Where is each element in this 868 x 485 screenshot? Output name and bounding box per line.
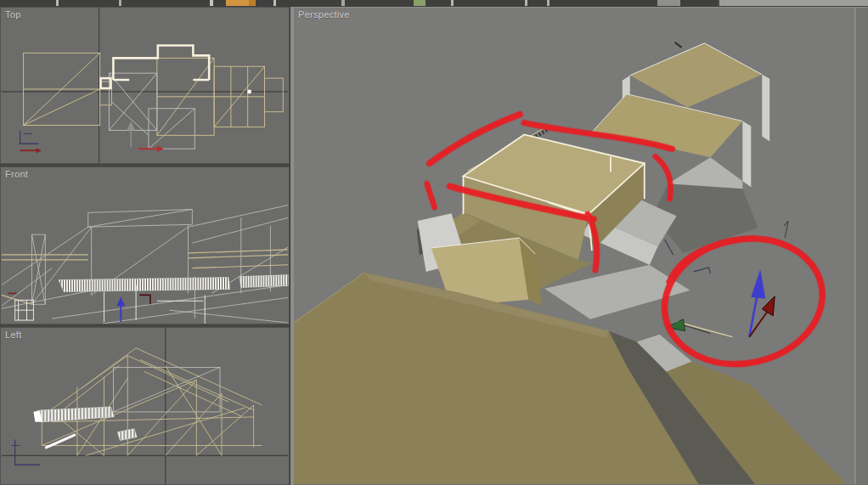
front-view-canvas <box>1 167 289 324</box>
max-viewport-workspace: Top <box>0 0 868 485</box>
viewport-front[interactable]: Front <box>0 166 290 324</box>
shaded-building-model[interactable] <box>294 42 844 484</box>
left-axis-tripod-icon <box>12 440 41 465</box>
toolbar-button-remnant[interactable] <box>56 0 59 6</box>
viewport-right-edge <box>856 8 867 484</box>
top-axis-tripod-icon <box>20 130 42 153</box>
perspective-canvas <box>294 8 867 484</box>
toolbar-button-remnant[interactable] <box>547 0 550 6</box>
gizmo-x-arrow-icon[interactable] <box>157 145 164 152</box>
move-gizmo-3d[interactable] <box>667 269 775 337</box>
toolbar-button-remnant[interactable] <box>119 0 121 6</box>
left-wireframe-building[interactable] <box>33 348 262 456</box>
toolbar-button-remnant[interactable] <box>341 0 345 6</box>
toolbar-button-remnant-green[interactable] <box>414 0 426 6</box>
front-railing-band <box>59 275 288 292</box>
viewport-perspective[interactable]: Perspective <box>293 7 868 485</box>
top-selected-object-outline[interactable] <box>101 46 210 88</box>
toolbar-button-remnant[interactable] <box>210 0 213 6</box>
toolbar-button-remnant-orange[interactable] <box>226 0 256 6</box>
front-wireframe-building[interactable] <box>2 206 288 324</box>
toolbar-button-remnant[interactable] <box>273 0 276 6</box>
toolbar-button-remnant[interactable] <box>657 0 680 6</box>
top-move-gizmo[interactable] <box>127 121 164 153</box>
gizmo-z-arrow-icon[interactable] <box>751 269 765 299</box>
toolbar-button-remnant[interactable] <box>525 0 527 6</box>
toolbar-button-remnant[interactable] <box>451 0 454 6</box>
viewport-top[interactable]: Top <box>0 7 290 164</box>
viewport-front-label[interactable]: Front <box>5 169 28 179</box>
top-view-canvas <box>1 8 289 163</box>
viewport-top-label[interactable]: Top <box>5 9 21 20</box>
viewport-left-label[interactable]: Left <box>5 330 22 340</box>
gizmo-z-arrow-icon[interactable] <box>116 296 125 306</box>
gizmo-corner-handle[interactable] <box>139 295 150 304</box>
viewport-perspective-label[interactable]: Perspective <box>298 9 350 20</box>
toolbar-strip-light-section <box>718 0 868 6</box>
viewport-left[interactable]: Left <box>0 327 290 485</box>
top-wireframe-building[interactable] <box>24 53 284 149</box>
top-grid-axes <box>2 8 288 163</box>
gizmo-x-arrow-icon[interactable] <box>762 296 775 316</box>
left-view-canvas <box>1 328 289 484</box>
